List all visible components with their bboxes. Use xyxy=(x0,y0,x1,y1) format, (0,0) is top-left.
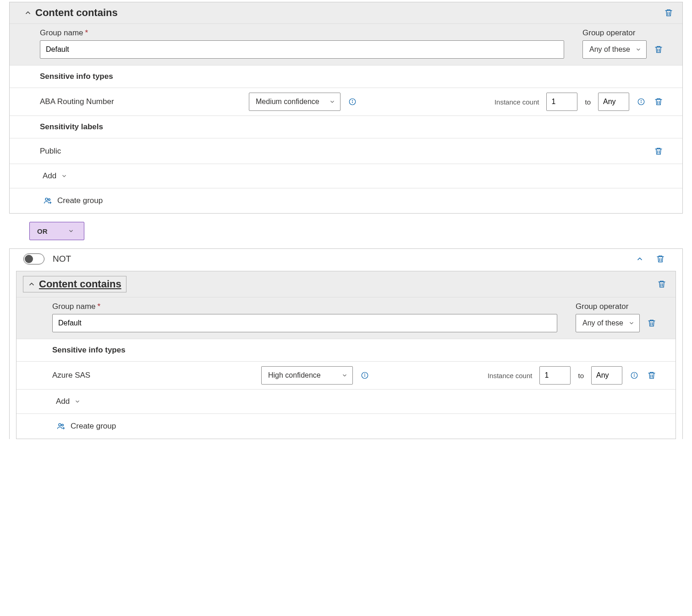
svg-point-2 xyxy=(352,100,353,101)
create-group-icon xyxy=(56,421,66,431)
add-button[interactable]: Add xyxy=(10,164,682,188)
sit-name: ABA Routing Number xyxy=(40,97,242,106)
group-operator-select[interactable]: Any of these xyxy=(582,40,647,59)
instance-count-label: Instance count xyxy=(494,98,539,106)
not-toggle[interactable] xyxy=(23,253,44,264)
svg-point-14 xyxy=(59,424,61,426)
group-name-label: Group name* xyxy=(40,28,564,38)
group-header[interactable]: Content contains xyxy=(16,271,676,297)
delete-label-button[interactable] xyxy=(653,146,664,157)
logic-connector-select[interactable]: OR xyxy=(29,222,84,240)
to-label: to xyxy=(585,98,591,106)
group-name-input[interactable] xyxy=(52,314,557,332)
group-title: Content contains xyxy=(39,278,121,290)
delete-group-button[interactable] xyxy=(656,279,667,290)
chevron-down-icon xyxy=(74,398,81,405)
delete-settings-button[interactable] xyxy=(653,44,664,55)
svg-point-10 xyxy=(365,374,365,374)
chevron-down-icon xyxy=(329,99,335,105)
condition-group-1: Content contains Group name* Group opera… xyxy=(9,2,683,214)
group-header[interactable]: Content contains xyxy=(10,2,682,24)
confidence-select[interactable]: Medium confidence xyxy=(249,93,341,111)
svg-point-6 xyxy=(45,198,48,200)
group-operator-label: Group operator xyxy=(576,302,640,311)
sit-row: Azure SAS High confidence Instance count… xyxy=(16,361,676,389)
confidence-select[interactable]: High confidence xyxy=(261,366,353,385)
group-operator-label: Group operator xyxy=(582,28,647,38)
not-header: NOT xyxy=(10,249,682,269)
delete-not-block-button[interactable] xyxy=(655,253,666,264)
sensitivity-labels-header: Sensitivity labels xyxy=(10,116,682,138)
delete-sit-button[interactable] xyxy=(646,370,657,381)
sensitive-info-types-header: Sensitive info types xyxy=(10,65,682,88)
sit-name: Azure SAS xyxy=(52,371,254,380)
condition-group-2: Content contains Group name* Group opera… xyxy=(16,271,676,439)
create-group-button[interactable]: Create group xyxy=(16,413,676,439)
svg-point-5 xyxy=(641,100,642,101)
instance-min-input[interactable] xyxy=(546,93,577,111)
group-settings-band: Group name* Group operator Any of these xyxy=(10,24,682,65)
instance-count-label: Instance count xyxy=(488,372,533,380)
chevron-down-icon xyxy=(341,372,348,379)
chevron-down-icon xyxy=(628,320,635,326)
chevron-up-icon xyxy=(27,280,36,289)
sensitive-info-types-header: Sensitive info types xyxy=(16,339,676,361)
group-name-label: Group name* xyxy=(52,302,557,311)
group-name-input[interactable] xyxy=(40,40,564,59)
collapse-button[interactable] xyxy=(636,255,644,263)
create-group-button[interactable]: Create group xyxy=(10,188,682,213)
create-group-icon xyxy=(43,196,53,206)
info-icon[interactable] xyxy=(637,97,646,106)
info-icon[interactable] xyxy=(630,371,639,380)
sensitivity-label-value: Public xyxy=(40,147,646,156)
instance-max-input[interactable] xyxy=(591,366,622,385)
group-operator-select[interactable]: Any of these xyxy=(576,314,640,332)
group-settings-band: Group name* Group operator Any of these xyxy=(16,297,676,339)
to-label: to xyxy=(578,372,584,380)
info-icon[interactable] xyxy=(360,371,369,380)
svg-point-15 xyxy=(61,424,63,426)
chevron-down-icon xyxy=(635,46,642,53)
add-button[interactable]: Add xyxy=(16,389,676,413)
svg-point-7 xyxy=(48,199,50,201)
instance-max-input[interactable] xyxy=(598,93,629,111)
not-block: NOT Content contains xyxy=(9,248,683,439)
sensitivity-label-row: Public xyxy=(10,138,682,164)
chevron-down-icon xyxy=(68,228,74,234)
delete-settings-button[interactable] xyxy=(646,318,657,329)
info-icon[interactable] xyxy=(348,97,357,106)
svg-point-13 xyxy=(634,374,635,374)
group-title: Content contains xyxy=(35,7,663,19)
not-label: NOT xyxy=(53,254,71,264)
chevron-up-icon xyxy=(23,8,33,17)
sit-row: ABA Routing Number Medium confidence Ins… xyxy=(10,88,682,116)
delete-group-button[interactable] xyxy=(663,7,674,18)
instance-min-input[interactable] xyxy=(539,366,571,385)
chevron-down-icon xyxy=(61,173,67,179)
delete-sit-button[interactable] xyxy=(653,96,664,107)
